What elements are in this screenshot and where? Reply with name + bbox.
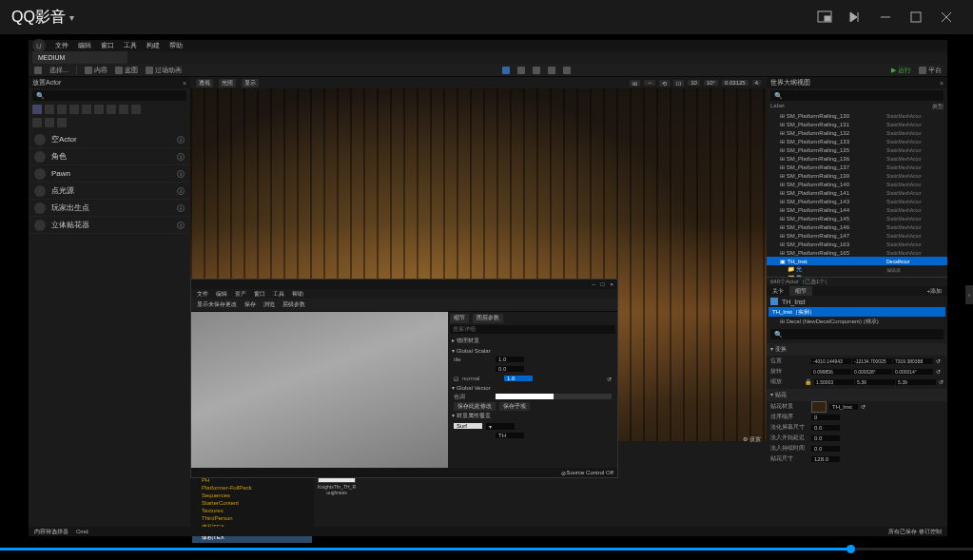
vp-speed[interactable]: 4 [752, 80, 761, 86]
mat-sec[interactable]: ▸ 物理材质 [450, 336, 615, 346]
outliner-row[interactable]: ⊞ SM_PlatformRailing_139StaticMeshActor [767, 171, 947, 180]
menu-asset[interactable]: 资产 [235, 290, 246, 299]
status-content-drawer[interactable]: 内容得选择器 [34, 528, 68, 536]
outliner-row[interactable]: ⊞ SM_PlatformRailing_130StaticMeshActor [767, 111, 947, 120]
tb-modes[interactable]: 选择... [49, 66, 68, 75]
vp-btn[interactable]: ⊡ [673, 80, 684, 87]
cat-icon[interactable] [119, 105, 128, 114]
outliner-row[interactable]: ⊞ SM_PlatformRailing_137StaticMeshActor [767, 163, 947, 171]
cat-icon[interactable] [57, 105, 67, 114]
cat-icon[interactable] [32, 105, 42, 114]
cat-icon[interactable] [32, 118, 42, 127]
details-add-button[interactable]: + 添加 [921, 286, 947, 296]
ue-logo-icon[interactable]: U [32, 39, 46, 52]
tb-icon1[interactable] [502, 67, 510, 74]
tb-play[interactable]: ▶ 运行 [891, 66, 911, 75]
menu-tools[interactable]: 工具 [273, 290, 284, 299]
mat-tab-details[interactable]: 细节 [450, 314, 469, 323]
mat-tb-save[interactable]: 保存 [244, 300, 256, 309]
menu-help[interactable]: 帮助 [292, 290, 303, 299]
details-tab-details[interactable]: 细节 [789, 286, 812, 296]
forward-icon[interactable] [840, 2, 870, 32]
mat-search[interactable]: 搜索详细 [450, 325, 615, 334]
reset-icon[interactable]: ↺ [939, 378, 944, 385]
details-section[interactable]: ▾ 变换 [767, 343, 947, 356]
outliner-row[interactable]: ⊞ SM_PlatformRailing_163StaticMeshActor [767, 240, 947, 248]
menu-file[interactable]: 文件 [55, 41, 68, 50]
details-tab-level[interactable]: 关卡 [767, 286, 789, 296]
outliner-row[interactable]: ⊞ SM_PlatformRailing_135StaticMeshActor [767, 145, 947, 154]
actor-item[interactable]: 点光源i [29, 183, 190, 200]
tb-platform[interactable]: 平台 [919, 66, 942, 75]
tb-sequence[interactable]: 过场动画 [146, 66, 182, 75]
place-actor-search[interactable]: 🔍 [32, 90, 186, 101]
lock-icon[interactable]: 🔒 [805, 378, 811, 385]
status-cmd[interactable]: Cmd [76, 529, 88, 534]
vp-snap[interactable]: 10 [688, 80, 700, 86]
menu-window[interactable]: 窗口 [101, 41, 114, 50]
save-params-button[interactable]: 保存此处修改 [454, 402, 496, 411]
actor-item[interactable]: 玩家出生点i [29, 200, 190, 217]
outliner-row[interactable]: ⊞ SM_PlatformRailing_143StaticMeshActor [767, 197, 947, 205]
outliner-row[interactable]: ⊞ SM_PlatformRailing_132StaticMeshActor [767, 128, 947, 137]
tb-icon5[interactable] [563, 67, 571, 74]
menu-window[interactable]: 窗口 [254, 290, 265, 299]
tb-icon3[interactable] [533, 67, 540, 74]
chevron-down-icon[interactable]: ▾ [69, 12, 74, 23]
tree-item[interactable]: Platformer-FullPack [192, 484, 312, 492]
reset-icon[interactable]: ↺ [936, 357, 941, 364]
cat-icon[interactable] [107, 105, 116, 114]
outliner-row[interactable]: ⊞ SM_PlatformRailing_147StaticMeshActor [767, 231, 947, 240]
tb-blueprint[interactable]: 蓝图 [115, 66, 138, 75]
outliner-row[interactable]: ⊞ SM_PlatformRailing_146StaticMeshActor [767, 222, 947, 231]
outliner-row[interactable]: ⊞ SM_PlatformRailing_136StaticMeshActor [767, 154, 947, 163]
menu-file[interactable]: 文件 [197, 290, 208, 299]
details-search[interactable]: 🔍 [770, 329, 944, 339]
actor-item[interactable]: 立体贴花器i [29, 217, 190, 234]
menu-help[interactable]: 帮助 [169, 41, 183, 50]
outliner-row[interactable]: ⊞ SM_PlatformRailing_140StaticMeshActor [767, 180, 947, 188]
close-icon[interactable] [931, 2, 962, 32]
outliner-row[interactable]: 📁 光编辑器 [767, 265, 947, 274]
tb-content[interactable]: 内容 [85, 66, 107, 75]
menu-edit[interactable]: 编辑 [78, 41, 91, 50]
vp-btn[interactable]: ↔ [644, 80, 655, 86]
cat-icon[interactable] [69, 105, 79, 114]
video-progress-bar[interactable] [0, 548, 973, 550]
vp-lit[interactable]: 光照 [219, 79, 236, 87]
level-tab[interactable]: MEDIUM [32, 51, 127, 64]
mat-sec[interactable]: ▾ Global Vector [450, 383, 615, 392]
menu-build[interactable]: 构建 [146, 41, 160, 50]
tb-icon4[interactable] [548, 67, 555, 74]
menu-edit[interactable]: 编辑 [216, 290, 227, 299]
mat-sec[interactable]: ▾ Global Scalar [450, 346, 615, 355]
outliner-row[interactable]: ⊞ SM_PlatformRailing_144StaticMeshActor [767, 205, 947, 214]
outliner-row[interactable]: ⊞ SM_PlatformRailing_145StaticMeshActor [767, 214, 947, 222]
tb-icon2[interactable] [517, 67, 525, 74]
reset-icon[interactable]: ↺ [936, 368, 941, 375]
mat-tb-browse[interactable]: 浏览 [263, 300, 275, 309]
material-thumb-icon[interactable] [811, 401, 827, 413]
minimize-icon[interactable] [870, 2, 901, 32]
outliner-row[interactable]: ⊞ SM_PlatformRailing_165StaticMeshActor [767, 248, 947, 257]
vp-btn[interactable]: ⊞ [630, 80, 640, 87]
cat-icon[interactable] [131, 105, 141, 114]
maximize-icon[interactable]: □ [601, 281, 605, 287]
tree-item[interactable]: StarterContent [192, 499, 312, 507]
vp-perspective[interactable]: 透视 [196, 79, 213, 87]
outliner-row-selected[interactable]: ▣ TH_InstDecalActor [767, 257, 947, 265]
mat-sec[interactable]: ▾ 材质属性覆盖 [450, 411, 615, 421]
cat-icon[interactable] [94, 105, 104, 114]
tree-item[interactable]: Sequences [192, 492, 312, 499]
material-preview[interactable] [191, 312, 448, 477]
close-icon[interactable]: × [183, 80, 186, 87]
mat-tab-layers[interactable]: 图层参数 [473, 314, 503, 323]
cat-icon[interactable] [57, 118, 67, 127]
tb-save[interactable] [34, 67, 42, 74]
minimize-icon[interactable]: – [593, 281, 595, 287]
details-section[interactable]: ▾ 贴花 [767, 389, 947, 401]
vp-scale[interactable]: 0.03125 [722, 80, 749, 86]
maximize-icon[interactable] [901, 2, 931, 32]
close-icon[interactable]: × [610, 281, 613, 287]
reset-icon[interactable]: ↺ [861, 403, 866, 410]
